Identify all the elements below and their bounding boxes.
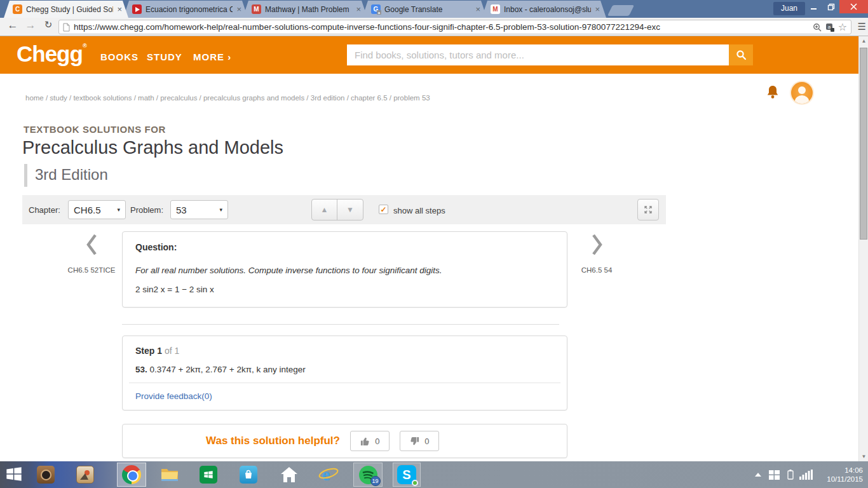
tray-windows-icon[interactable] (769, 461, 780, 488)
address-bar[interactable]: https://www.chegg.com/homework-help/real… (58, 20, 851, 34)
browser-menu-icon[interactable]: ☰ (858, 21, 866, 32)
browser-titlebar: C Chegg Study | Guided Sol × Ecuacion tr… (0, 0, 868, 18)
tab-google-translate[interactable]: Ga Google Translate × (362, 1, 487, 18)
fullscreen-button[interactable] (637, 199, 659, 220)
breadcrumb[interactable]: home / study / textbook solutions / math… (25, 94, 430, 102)
browser-toolbar: ← → ↻ https://www.chegg.com/homework-hel… (0, 18, 868, 36)
search-button[interactable] (729, 44, 753, 65)
tab-youtube[interactable]: Ecuacion trigonometrica C × (123, 1, 248, 18)
audio-app-icon[interactable] (37, 466, 55, 484)
notifications-bell-icon[interactable] (766, 85, 780, 102)
thumbs-down-button[interactable]: 0 (400, 431, 439, 451)
mathway-favicon-icon: M (252, 4, 261, 14)
thumbs-down-icon (409, 436, 420, 447)
zoom-icon[interactable] (813, 23, 822, 32)
step-down-button[interactable]: ▼ (337, 200, 363, 220)
nav-more[interactable]: MORE › (193, 51, 231, 62)
windows-taskbar: e 19 S 14:06 10/11/2015 (0, 461, 868, 488)
question-card: Question: For all real number solutions.… (122, 231, 567, 308)
provide-feedback-link[interactable]: Provide feedback(0) (135, 391, 212, 401)
start-button[interactable] (5, 465, 23, 483)
helpful-question: Was this solution helpful? (206, 435, 340, 447)
tray-date: 10/11/2015 (820, 475, 863, 484)
reload-button[interactable]: ↻ (41, 19, 56, 30)
step-label: Step 1 (135, 346, 162, 356)
step-of: of 1 (162, 346, 179, 356)
translate-extension-icon[interactable]: a (825, 23, 834, 32)
window-controls: Juan (773, 0, 868, 18)
chegg-logo[interactable]: Chegg® (17, 41, 86, 67)
tab-title: Ecuacion trigonometrica C (146, 5, 233, 14)
tray-expand-caret[interactable] (755, 461, 761, 488)
tab-title: Google Translate (384, 5, 471, 14)
tray-battery-icon[interactable] (787, 461, 794, 488)
gmail-favicon-icon: M (491, 4, 500, 14)
problem-label: Problem: (130, 205, 163, 215)
previous-problem-chevron[interactable] (85, 233, 98, 259)
tab-close-icon[interactable]: × (236, 5, 241, 13)
thumbs-up-icon (360, 436, 370, 447)
skype-taskbar-button[interactable]: S (393, 463, 421, 487)
search-input[interactable] (347, 44, 729, 65)
photos-app-icon[interactable] (76, 466, 94, 484)
chevron-down-icon: ▾ (219, 207, 222, 213)
step-card: Step 1 of 1 53. 0.3747 + 2kπ, 2.767 + 2k… (122, 336, 567, 410)
scrollbar-thumb[interactable] (860, 48, 867, 240)
next-problem-label[interactable]: CH6.5 54 (571, 266, 623, 274)
back-button[interactable]: ← (5, 19, 20, 32)
forward-button[interactable]: → (23, 19, 38, 32)
new-tab-button[interactable] (607, 5, 634, 16)
step-up-button[interactable]: ▲ (312, 200, 337, 220)
url-text[interactable]: https://www.chegg.com/homework-help/real… (74, 22, 809, 32)
internet-explorer-icon[interactable]: e (318, 464, 339, 485)
scroll-down-arrow[interactable]: ▼ (859, 452, 868, 461)
tab-title: Mathway | Math Problem (265, 5, 352, 14)
account-caret-icon[interactable] (818, 90, 825, 102)
page-title: Precalculus Graphs and Models (22, 137, 283, 158)
tray-time: 14:06 (820, 466, 863, 475)
nav-books[interactable]: BOOKS (100, 51, 139, 62)
chevron-down-icon: ▾ (117, 207, 120, 213)
tab-mathway[interactable]: M Mathway | Math Problem × (243, 1, 367, 18)
chapter-select[interactable]: CH6.5 ▾ (68, 200, 126, 219)
chevron-right-icon: › (227, 51, 231, 62)
edition-label: 3rd Edition (24, 164, 108, 187)
previous-problem-label[interactable]: CH6.5 52TICE (62, 266, 121, 274)
shopping-app-icon[interactable] (240, 466, 257, 484)
tab-title: Inbox - caleroalonsoj@slu (504, 5, 591, 14)
home-icon[interactable] (280, 466, 299, 484)
spotify-badge: 19 (370, 476, 381, 486)
restore-button[interactable] (822, 0, 839, 13)
question-equation: 2 sin2 x = 1 − 2 sin x (135, 285, 554, 294)
show-all-steps-label: show all steps (393, 206, 445, 215)
close-window-button[interactable] (839, 0, 868, 13)
tab-gmail[interactable]: M Inbox - caleroalonsoj@slu × (482, 1, 606, 18)
tab-close-icon[interactable]: × (475, 5, 480, 13)
show-all-steps-checkbox[interactable]: ✓ (379, 205, 388, 214)
tab-chegg-study[interactable]: C Chegg Study | Guided Sol × (4, 1, 128, 18)
tray-clock[interactable]: 14:06 10/11/2015 (820, 466, 863, 484)
next-problem-chevron[interactable] (591, 233, 604, 259)
skype-status-dot (412, 480, 418, 486)
user-avatar[interactable] (790, 81, 814, 105)
thumbs-up-button[interactable]: 0 (350, 431, 390, 451)
browser-profile-badge[interactable]: Juan (773, 2, 805, 15)
problem-select[interactable]: 53 ▾ (170, 200, 228, 219)
tab-close-icon[interactable]: × (595, 5, 600, 13)
spotify-taskbar-button[interactable]: 19 (353, 463, 383, 487)
tray-network-signal-icon[interactable] (799, 461, 813, 488)
search-icon (736, 50, 747, 60)
tab-close-icon[interactable]: × (356, 5, 361, 13)
chrome-taskbar-button[interactable] (117, 463, 146, 487)
windows-store-icon[interactable] (200, 466, 217, 484)
file-explorer-icon[interactable] (160, 466, 179, 484)
trademark: ® (83, 43, 86, 49)
tab-close-icon[interactable]: × (117, 5, 122, 13)
bookmark-star-icon[interactable]: ☆ (838, 21, 847, 33)
tab-strip: C Chegg Study | Guided Sol × Ecuacion tr… (4, 0, 632, 18)
nav-study[interactable]: STUDY (147, 51, 182, 62)
scroll-up-arrow[interactable]: ▲ (859, 36, 868, 46)
page-scrollbar[interactable]: ▲ ▼ (858, 36, 868, 461)
question-text: For all real number solutions. Compute i… (135, 266, 554, 275)
minimize-button[interactable] (805, 0, 822, 13)
